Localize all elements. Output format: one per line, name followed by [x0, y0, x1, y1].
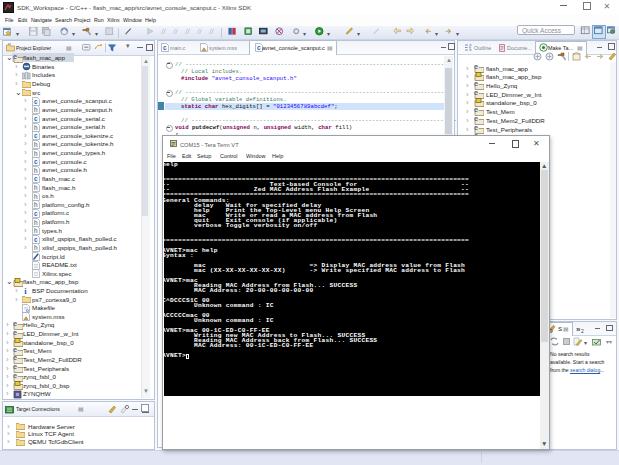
- svg-text:C: C: [13, 364, 17, 370]
- svg-text:C: C: [13, 355, 17, 361]
- svg-text:c: c: [257, 44, 261, 51]
- svg-text:C: C: [13, 321, 17, 327]
- svg-text:2: 2: [581, 328, 584, 334]
- svg-text:C: C: [474, 125, 478, 131]
- svg-text:C: C: [13, 373, 17, 379]
- svg-text:C: C: [474, 107, 478, 113]
- svg-text:C: C: [13, 54, 17, 60]
- svg-text:C: C: [474, 116, 478, 122]
- svg-text:C: C: [13, 347, 17, 353]
- svg-text:C: C: [13, 330, 17, 336]
- svg-text:C: C: [474, 64, 478, 70]
- svg-text:C: C: [474, 90, 478, 96]
- svg-text:c: c: [163, 44, 167, 51]
- svg-text:C: C: [474, 81, 478, 87]
